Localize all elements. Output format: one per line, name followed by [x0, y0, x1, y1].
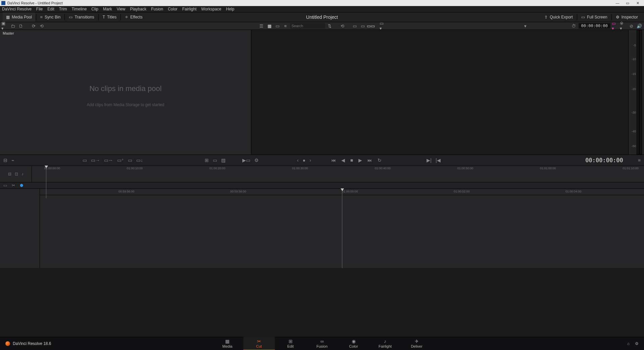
jog-dot-icon[interactable]: ●: [303, 158, 305, 163]
menu-workspace[interactable]: Workspace: [201, 7, 221, 11]
project-settings-icon[interactable]: ⚙: [635, 341, 639, 346]
timeline-menu-icon[interactable]: ≡: [638, 158, 641, 163]
smart-insert-icon[interactable]: ▭: [83, 158, 87, 163]
page-fusion[interactable]: ∞Fusion: [306, 337, 338, 350]
play-icon[interactable]: ▶: [358, 158, 362, 163]
source-tape-icon[interactable]: ▭: [359, 23, 366, 29]
page-media[interactable]: ▦Media: [212, 337, 243, 350]
dual-viewer-icon[interactable]: ▭▭: [367, 23, 374, 29]
menu-edit[interactable]: Edit: [47, 7, 54, 11]
loop-icon[interactable]: ↻: [378, 158, 382, 163]
track-area[interactable]: 00:59:56:0000:59:58:0001:00:00:0001:00:0…: [40, 189, 644, 268]
video-track-icon[interactable]: ▭: [3, 183, 7, 188]
tab-effects[interactable]: ✧ Effects: [121, 12, 146, 22]
sort-icon[interactable]: ⇅: [327, 23, 333, 29]
boring-detector-icon[interactable]: ⊟: [3, 158, 7, 163]
page-cut[interactable]: ✂Cut: [243, 337, 275, 350]
place-on-top-icon[interactable]: ▭: [128, 158, 132, 163]
close-up-icon[interactable]: ▭⁺: [117, 158, 124, 163]
tab-titles[interactable]: T Titles: [99, 12, 120, 22]
next-edit-icon[interactable]: ▶|: [427, 158, 432, 163]
menu-mark[interactable]: Mark: [103, 7, 112, 11]
timeline-dropdown[interactable]: ▾: [522, 23, 529, 29]
strip-view-icon[interactable]: ▭: [274, 23, 281, 29]
new-timeline-icon[interactable]: 🗋: [17, 23, 24, 29]
play-reverse-icon[interactable]: ◀: [341, 158, 345, 163]
menu-fusion[interactable]: Fusion: [151, 7, 163, 11]
append-icon[interactable]: ▭→: [91, 158, 100, 163]
viewer-timecode[interactable]: 00:00:00:00: [579, 23, 610, 29]
menu-fairlight[interactable]: Fairlight: [182, 7, 197, 11]
split-icon[interactable]: ⌁: [11, 158, 14, 163]
menu-trim[interactable]: Trim: [59, 7, 67, 11]
new-bin-icon[interactable]: 🗀: [9, 23, 16, 29]
inspector-button[interactable]: ⚙ Inspector: [612, 15, 641, 19]
menu-clip[interactable]: Clip: [91, 7, 98, 11]
list-view-icon[interactable]: ≡: [282, 23, 289, 29]
source-overwrite-icon[interactable]: ▭↓: [136, 158, 143, 163]
tools-icon[interactable]: ⊞: [205, 158, 209, 163]
ripple-overwrite-icon[interactable]: ▭↔: [104, 158, 113, 163]
dissolve-icon[interactable]: ▨: [221, 158, 226, 163]
full-screen-button[interactable]: ▭ Full Screen: [578, 15, 611, 19]
speaker-icon[interactable]: 🔊: [636, 23, 643, 29]
go-start-icon[interactable]: ⏮: [331, 158, 336, 163]
viewer-mode-dropdown[interactable]: ▭ ▾: [380, 23, 386, 29]
home-icon[interactable]: ⌂: [627, 341, 630, 346]
upper-timeline-tools: ⊟ ⊡ ♪: [0, 166, 32, 182]
tab-sync-bin[interactable]: ⌗ Sync Bin: [37, 12, 64, 22]
lower-playhead[interactable]: [342, 189, 342, 268]
page-deliver[interactable]: ✈Deliver: [401, 337, 433, 350]
page-fairlight[interactable]: ♪Fairlight: [369, 337, 401, 350]
viewer-panel[interactable]: [251, 30, 628, 155]
sync-lock-icon[interactable]: ⊡: [15, 172, 18, 176]
ruler-tick: 01:00:04:00: [565, 190, 582, 193]
menu-playback[interactable]: Playback: [130, 7, 146, 11]
menu-view[interactable]: View: [117, 7, 126, 11]
menu-help[interactable]: Help: [226, 7, 234, 11]
menu-app[interactable]: DaVinci Resolve: [2, 7, 32, 11]
marker-icon[interactable]: ⬢: [20, 183, 23, 188]
resolution-dropdown[interactable]: ▭ ▾: [612, 23, 618, 29]
transport-timecode[interactable]: 00:00:00:00: [585, 157, 623, 164]
import-dropdown[interactable]: ▣ ▾: [1, 23, 8, 29]
fast-review-icon[interactable]: ▶▭: [242, 158, 250, 163]
refresh-icon[interactable]: ⟲: [339, 23, 346, 29]
locked-track-icon[interactable]: ⊟: [8, 172, 11, 176]
brand-label: DaVinci Resolve 18.6: [13, 341, 51, 346]
menu-file[interactable]: File: [36, 7, 43, 11]
maximize-button[interactable]: ▭: [623, 0, 633, 6]
source-clip-icon[interactable]: ▭: [351, 23, 358, 29]
media-page-icon: ▦: [225, 339, 230, 344]
minimize-button[interactable]: —: [612, 0, 623, 6]
quick-export-button[interactable]: ⇪ Quick Export: [541, 15, 576, 19]
jog-right-icon[interactable]: ›: [309, 158, 311, 163]
bypass-icon[interactable]: ⊘: [628, 23, 635, 29]
razor-icon[interactable]: ✂: [12, 183, 15, 188]
link-icon[interactable]: ⟲: [38, 23, 45, 29]
transition-icon[interactable]: ▭: [213, 158, 217, 163]
page-edit[interactable]: ⊞Edit: [275, 337, 306, 350]
prev-edit-icon[interactable]: |◀: [436, 158, 441, 163]
menu-color[interactable]: Color: [168, 7, 178, 11]
safe-area-dropdown[interactable]: ※ ▾: [620, 23, 627, 29]
jog-left-icon[interactable]: ‹: [297, 158, 299, 163]
media-pool-empty[interactable]: No clips in media pool Add clips from Me…: [0, 37, 251, 155]
upper-ruler[interactable]: 01:00:00:0001:00:10:0001:00:20:0001:00:3…: [32, 166, 644, 182]
audio-track-icon[interactable]: ♪: [21, 172, 23, 176]
timecode-source-icon[interactable]: ⏱: [571, 23, 577, 29]
close-button[interactable]: ✕: [633, 0, 643, 6]
search-input[interactable]: [290, 23, 325, 29]
thumbnail-view-icon[interactable]: ▦: [266, 23, 273, 29]
stop-icon[interactable]: ■: [350, 158, 353, 163]
tab-transitions[interactable]: ▭ Transitions: [65, 12, 97, 22]
menu-timeline[interactable]: Timeline: [71, 7, 87, 11]
bin-master-label[interactable]: Master: [0, 30, 251, 37]
tab-media-pool[interactable]: ▦ Media Pool: [3, 12, 35, 22]
go-end-icon[interactable]: ⏭: [367, 158, 372, 163]
sync-icon[interactable]: ⟳: [30, 23, 37, 29]
metadata-view-icon[interactable]: ☰: [258, 23, 265, 29]
ruler-tick: 01:00:10:00: [127, 167, 143, 170]
page-color[interactable]: ◉Color: [338, 337, 369, 350]
timeline-options-icon[interactable]: ⚙: [254, 158, 259, 163]
